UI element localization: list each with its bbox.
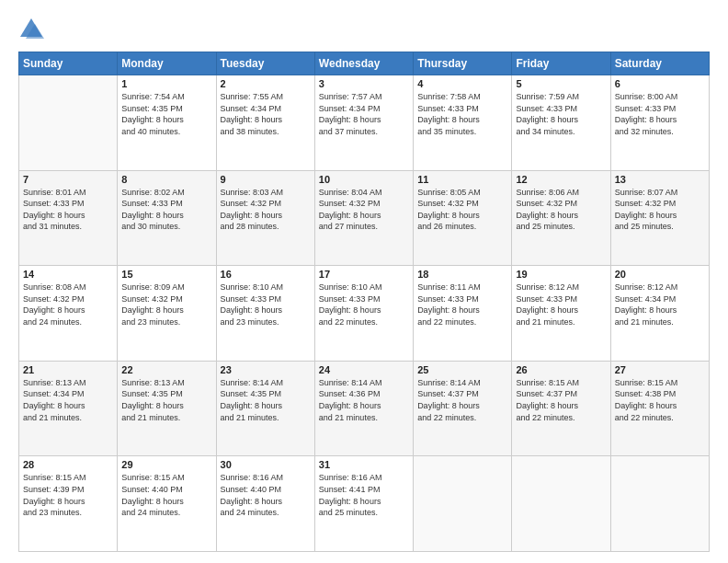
- calendar-table: SundayMondayTuesdayWednesdayThursdayFrid…: [18, 52, 710, 552]
- header: [18, 17, 710, 42]
- day-info: Sunrise: 7:59 AMSunset: 4:33 PMDaylight:…: [516, 91, 606, 137]
- day-number: 11: [417, 174, 507, 185]
- calendar-cell: 13Sunrise: 8:07 AMSunset: 4:32 PMDayligh…: [610, 170, 709, 266]
- weekday-header: Thursday: [414, 52, 512, 75]
- day-number: 2: [221, 78, 311, 89]
- day-number: 5: [516, 78, 606, 89]
- day-number: 18: [417, 269, 507, 280]
- day-number: 17: [319, 269, 409, 280]
- day-number: 6: [615, 78, 705, 89]
- day-info: Sunrise: 8:13 AMSunset: 4:35 PMDaylight:…: [121, 377, 211, 423]
- calendar-cell: 2Sunrise: 7:55 AMSunset: 4:34 PMDaylight…: [216, 75, 314, 171]
- calendar-cell: [610, 456, 709, 552]
- day-number: 3: [319, 78, 409, 89]
- calendar-cell: 1Sunrise: 7:54 AMSunset: 4:35 PMDaylight…: [118, 75, 216, 171]
- calendar-cell: 10Sunrise: 8:04 AMSunset: 4:32 PMDayligh…: [314, 170, 413, 266]
- day-info: Sunrise: 7:57 AMSunset: 4:34 PMDaylight:…: [319, 91, 409, 137]
- day-info: Sunrise: 8:13 AMSunset: 4:34 PMDaylight:…: [23, 377, 113, 423]
- day-info: Sunrise: 8:14 AMSunset: 4:35 PMDaylight:…: [221, 377, 311, 423]
- day-number: 13: [615, 174, 705, 185]
- day-number: 27: [615, 364, 705, 375]
- calendar-cell: 21Sunrise: 8:13 AMSunset: 4:34 PMDayligh…: [19, 361, 118, 456]
- weekday-header: Friday: [512, 52, 610, 75]
- day-info: Sunrise: 8:09 AMSunset: 4:32 PMDaylight:…: [121, 282, 211, 327]
- day-number: 4: [417, 78, 507, 89]
- weekday-header: Monday: [118, 52, 216, 75]
- calendar-cell: 30Sunrise: 8:16 AMSunset: 4:40 PMDayligh…: [216, 456, 314, 552]
- day-number: 20: [615, 269, 705, 280]
- calendar-cell: 14Sunrise: 8:08 AMSunset: 4:32 PMDayligh…: [19, 266, 118, 362]
- day-number: 22: [121, 364, 211, 375]
- calendar-cell: 28Sunrise: 8:15 AMSunset: 4:39 PMDayligh…: [19, 456, 118, 552]
- day-number: 19: [516, 269, 606, 280]
- day-info: Sunrise: 8:06 AMSunset: 4:32 PMDaylight:…: [516, 187, 606, 233]
- day-info: Sunrise: 8:15 AMSunset: 4:38 PMDaylight:…: [615, 377, 705, 423]
- day-info: Sunrise: 8:16 AMSunset: 4:41 PMDaylight:…: [319, 472, 409, 518]
- day-info: Sunrise: 8:00 AMSunset: 4:33 PMDaylight:…: [615, 91, 705, 137]
- day-number: 10: [319, 174, 409, 185]
- calendar-cell: 23Sunrise: 8:14 AMSunset: 4:35 PMDayligh…: [216, 361, 314, 456]
- calendar-cell: 12Sunrise: 8:06 AMSunset: 4:32 PMDayligh…: [512, 170, 610, 266]
- day-info: Sunrise: 8:08 AMSunset: 4:32 PMDaylight:…: [23, 282, 113, 327]
- calendar-cell: 17Sunrise: 8:10 AMSunset: 4:33 PMDayligh…: [314, 266, 413, 362]
- calendar-cell: 24Sunrise: 8:14 AMSunset: 4:36 PMDayligh…: [314, 361, 413, 456]
- day-number: 26: [516, 364, 606, 375]
- day-info: Sunrise: 7:54 AMSunset: 4:35 PMDaylight:…: [121, 91, 211, 137]
- day-info: Sunrise: 8:04 AMSunset: 4:32 PMDaylight:…: [319, 187, 409, 233]
- calendar-cell: 29Sunrise: 8:15 AMSunset: 4:40 PMDayligh…: [118, 456, 216, 552]
- day-info: Sunrise: 8:02 AMSunset: 4:33 PMDaylight:…: [121, 187, 211, 233]
- calendar-cell: [512, 456, 610, 552]
- day-info: Sunrise: 8:15 AMSunset: 4:37 PMDaylight:…: [516, 377, 606, 423]
- day-number: 29: [121, 459, 211, 470]
- day-info: Sunrise: 8:15 AMSunset: 4:39 PMDaylight:…: [23, 472, 113, 518]
- calendar-cell: 3Sunrise: 7:57 AMSunset: 4:34 PMDaylight…: [314, 75, 413, 171]
- weekday-header: Sunday: [19, 52, 118, 75]
- day-info: Sunrise: 8:03 AMSunset: 4:32 PMDaylight:…: [221, 187, 311, 233]
- calendar-cell: 9Sunrise: 8:03 AMSunset: 4:32 PMDaylight…: [216, 170, 314, 266]
- day-number: 28: [23, 459, 113, 470]
- calendar-cell: 31Sunrise: 8:16 AMSunset: 4:41 PMDayligh…: [314, 456, 413, 552]
- day-info: Sunrise: 8:10 AMSunset: 4:33 PMDaylight:…: [319, 282, 409, 327]
- day-number: 14: [23, 269, 113, 280]
- calendar-cell: 16Sunrise: 8:10 AMSunset: 4:33 PMDayligh…: [216, 266, 314, 362]
- day-info: Sunrise: 7:58 AMSunset: 4:33 PMDaylight:…: [417, 91, 507, 137]
- day-number: 16: [221, 269, 311, 280]
- day-number: 21: [23, 364, 113, 375]
- calendar-cell: 4Sunrise: 7:58 AMSunset: 4:33 PMDaylight…: [414, 75, 512, 171]
- calendar-cell: 11Sunrise: 8:05 AMSunset: 4:32 PMDayligh…: [414, 170, 512, 266]
- calendar-cell: 22Sunrise: 8:13 AMSunset: 4:35 PMDayligh…: [118, 361, 216, 456]
- calendar-cell: 7Sunrise: 8:01 AMSunset: 4:33 PMDaylight…: [19, 170, 118, 266]
- calendar-cell: 25Sunrise: 8:14 AMSunset: 4:37 PMDayligh…: [414, 361, 512, 456]
- calendar-cell: 18Sunrise: 8:11 AMSunset: 4:33 PMDayligh…: [414, 266, 512, 362]
- day-number: 1: [121, 78, 211, 89]
- day-info: Sunrise: 8:07 AMSunset: 4:32 PMDaylight:…: [615, 187, 705, 233]
- day-info: Sunrise: 8:12 AMSunset: 4:34 PMDaylight:…: [615, 282, 705, 327]
- day-number: 31: [319, 459, 409, 470]
- day-number: 24: [319, 364, 409, 375]
- day-info: Sunrise: 8:15 AMSunset: 4:40 PMDaylight:…: [121, 472, 211, 518]
- logo-icon: [18, 17, 44, 42]
- day-number: 12: [516, 174, 606, 185]
- weekday-header: Saturday: [610, 52, 709, 75]
- weekday-header: Tuesday: [216, 52, 314, 75]
- day-info: Sunrise: 7:55 AMSunset: 4:34 PMDaylight:…: [221, 91, 311, 137]
- calendar-cell: 26Sunrise: 8:15 AMSunset: 4:37 PMDayligh…: [512, 361, 610, 456]
- day-number: 7: [23, 174, 113, 185]
- day-info: Sunrise: 8:05 AMSunset: 4:32 PMDaylight:…: [417, 187, 507, 233]
- calendar-cell: 6Sunrise: 8:00 AMSunset: 4:33 PMDaylight…: [610, 75, 709, 171]
- calendar-cell: 5Sunrise: 7:59 AMSunset: 4:33 PMDaylight…: [512, 75, 610, 171]
- calendar-cell: [414, 456, 512, 552]
- day-info: Sunrise: 8:01 AMSunset: 4:33 PMDaylight:…: [23, 187, 113, 233]
- calendar-cell: 27Sunrise: 8:15 AMSunset: 4:38 PMDayligh…: [610, 361, 709, 456]
- day-info: Sunrise: 8:12 AMSunset: 4:33 PMDaylight:…: [516, 282, 606, 327]
- day-number: 25: [417, 364, 507, 375]
- day-info: Sunrise: 8:16 AMSunset: 4:40 PMDaylight:…: [221, 472, 311, 518]
- day-info: Sunrise: 8:14 AMSunset: 4:36 PMDaylight:…: [319, 377, 409, 423]
- day-info: Sunrise: 8:14 AMSunset: 4:37 PMDaylight:…: [417, 377, 507, 423]
- calendar-cell: 8Sunrise: 8:02 AMSunset: 4:33 PMDaylight…: [118, 170, 216, 266]
- calendar-cell: [19, 75, 118, 171]
- day-info: Sunrise: 8:10 AMSunset: 4:33 PMDaylight:…: [221, 282, 311, 327]
- day-number: 30: [221, 459, 311, 470]
- day-number: 15: [121, 269, 211, 280]
- day-number: 9: [221, 174, 311, 185]
